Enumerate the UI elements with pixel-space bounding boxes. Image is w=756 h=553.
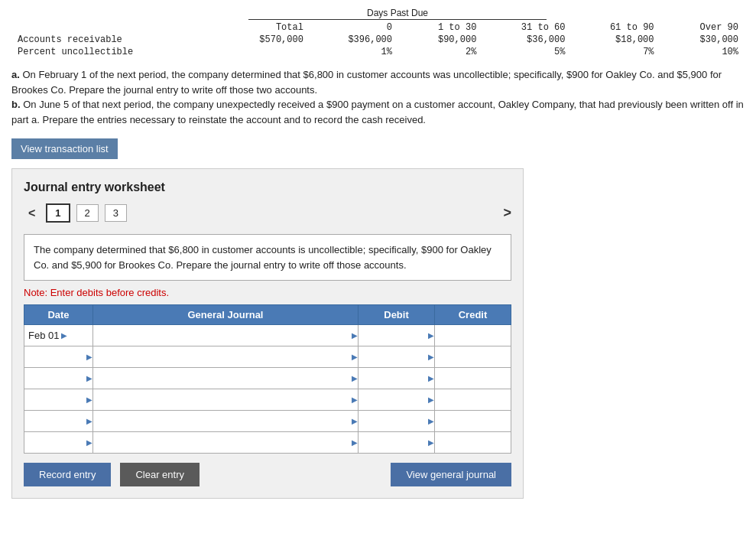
credit-cell-2[interactable] (435, 346, 511, 368)
date-input-2[interactable] (24, 350, 84, 364)
part-a-content: On February 1 of the next period, the co… (11, 69, 722, 96)
debit-arrow-4: ▶ (428, 395, 434, 404)
clear-entry-button[interactable]: Clear entry (120, 463, 200, 486)
date-input-5[interactable] (24, 415, 84, 428)
journal-cell-5[interactable]: ▶ (93, 411, 359, 432)
date-cell-2: ▶ (24, 346, 93, 368)
col-header-general-journal: General Journal (93, 305, 359, 325)
journal-table: Date General Journal Debit Credit Feb 01… (24, 304, 511, 454)
date-cell-6: ▶ (24, 432, 93, 454)
date-input-4[interactable] (24, 393, 84, 407)
debit-cell-5[interactable]: ▶ (359, 411, 435, 432)
next-arrow[interactable]: > (503, 205, 511, 221)
debit-arrow-6: ▶ (428, 438, 434, 447)
col-header-credit: Credit (435, 305, 511, 325)
date-input-6[interactable] (24, 436, 84, 450)
table-row: Accounts receivable $570,000 $396,000 $9… (11, 34, 745, 46)
debit-input-4[interactable] (359, 393, 426, 407)
debit-input-2[interactable] (359, 350, 426, 364)
journal-cell-4[interactable]: ▶ (93, 389, 359, 411)
debit-input-1[interactable] (359, 329, 426, 343)
receivable-table: Total 0 1 to 30 31 to 60 61 to 90 Over 9… (11, 21, 745, 58)
credit-cell-5[interactable] (435, 411, 511, 432)
credit-cell-6[interactable] (435, 432, 511, 454)
debit-input-6[interactable] (359, 436, 426, 450)
journal-input-1[interactable] (93, 329, 349, 343)
date-arrow-2: ▶ (86, 353, 92, 361)
worksheet-title: Journal entry worksheet (24, 181, 511, 194)
journal-cell-2[interactable]: ▶ (93, 346, 359, 368)
journal-row-5: ▶ ▶ ▶ (24, 411, 511, 432)
prev-arrow[interactable]: < (24, 205, 40, 222)
debit-cell-3[interactable]: ▶ (359, 368, 435, 389)
journal-input-6[interactable] (93, 436, 349, 450)
date-value-1: Feb 01 (24, 330, 59, 341)
date-arrow-5: ▶ (86, 417, 92, 425)
journal-arrow-4: ▶ (352, 395, 358, 404)
credit-input-3[interactable] (435, 368, 511, 389)
credit-input-1[interactable] (435, 325, 511, 346)
part-b-content: On June 5 of that next period, the compa… (11, 99, 744, 125)
nav-row: < 1 2 3 > (24, 203, 511, 223)
journal-cell-1[interactable]: ▶ (93, 325, 359, 346)
credit-input-6[interactable] (435, 432, 511, 453)
journal-input-5[interactable] (93, 415, 349, 428)
days-past-due-section: Days Past Due Total 0 1 to 30 31 to 60 6… (11, 8, 745, 58)
journal-arrow-6: ▶ (352, 438, 358, 447)
date-input-3[interactable] (24, 372, 84, 385)
journal-row-6: ▶ ▶ ▶ (24, 432, 511, 454)
credit-input-4[interactable] (435, 389, 511, 410)
description-text: The company determined that $6,800 in cu… (34, 244, 492, 271)
view-transaction-button[interactable]: View transaction list (11, 138, 118, 159)
credit-input-5[interactable] (435, 411, 511, 431)
credit-input-2[interactable] (435, 346, 511, 367)
worksheet-container: Journal entry worksheet < 1 2 3 > The co… (11, 168, 524, 499)
problem-part-b: b. On June 5 of that next period, the co… (11, 97, 745, 127)
debit-arrow-2: ▶ (428, 353, 434, 361)
debit-cell-2[interactable]: ▶ (359, 346, 435, 368)
credit-cell-4[interactable] (435, 389, 511, 411)
debit-arrow-1: ▶ (428, 331, 434, 340)
journal-row-4: ▶ ▶ ▶ (24, 389, 511, 411)
row-label-ar: Accounts receivable (11, 34, 213, 46)
credit-cell-1[interactable] (435, 325, 511, 346)
date-arrow-3: ▶ (86, 374, 92, 382)
journal-input-3[interactable] (93, 372, 349, 385)
bottom-buttons: Record entry Clear entry View general jo… (24, 463, 511, 486)
problem-part-a: a. On February 1 of the next period, the… (11, 67, 745, 97)
date-arrow-6: ▶ (86, 438, 92, 447)
debit-arrow-5: ▶ (428, 417, 434, 425)
part-a-label: a. (11, 69, 20, 80)
journal-cell-3[interactable]: ▶ (93, 368, 359, 389)
date-cell-4: ▶ (24, 389, 93, 411)
journal-input-4[interactable] (93, 393, 349, 407)
nav-tab-3[interactable]: 3 (105, 204, 127, 222)
nav-tab-1[interactable]: 1 (46, 203, 70, 223)
journal-cell-6[interactable]: ▶ (93, 432, 359, 454)
note-text: Note: Enter debits before credits. (24, 287, 511, 298)
debit-cell-6[interactable]: ▶ (359, 432, 435, 454)
debit-arrow-3: ▶ (428, 374, 434, 382)
credit-cell-3[interactable] (435, 368, 511, 389)
date-cell-5: ▶ (24, 411, 93, 432)
journal-row-1: Feb 01 ▶ ▶ ▶ (24, 325, 511, 346)
journal-row-3: ▶ ▶ ▶ (24, 368, 511, 389)
debit-cell-4[interactable]: ▶ (359, 389, 435, 411)
debit-cell-1[interactable]: ▶ (359, 325, 435, 346)
table-row: Percent uncollectible 1% 2% 5% 7% 10% (11, 46, 745, 58)
col-header-date: Date (24, 305, 93, 325)
nav-tab-2[interactable]: 2 (76, 204, 99, 222)
row-label-pu: Percent uncollectible (11, 46, 213, 58)
journal-row-2: ▶ ▶ ▶ (24, 346, 511, 368)
journal-arrow-5: ▶ (352, 417, 358, 425)
journal-arrow-3: ▶ (352, 374, 358, 382)
view-general-journal-button[interactable]: View general journal (391, 463, 511, 486)
journal-arrow-2: ▶ (352, 353, 358, 361)
date-cell-1: Feb 01 ▶ (24, 325, 93, 346)
days-past-due-header: Days Past Due (367, 8, 428, 18)
journal-arrow-1: ▶ (352, 331, 358, 340)
record-entry-button[interactable]: Record entry (24, 463, 111, 486)
debit-input-5[interactable] (359, 415, 426, 428)
debit-input-3[interactable] (359, 372, 426, 385)
journal-input-2[interactable] (93, 350, 349, 364)
